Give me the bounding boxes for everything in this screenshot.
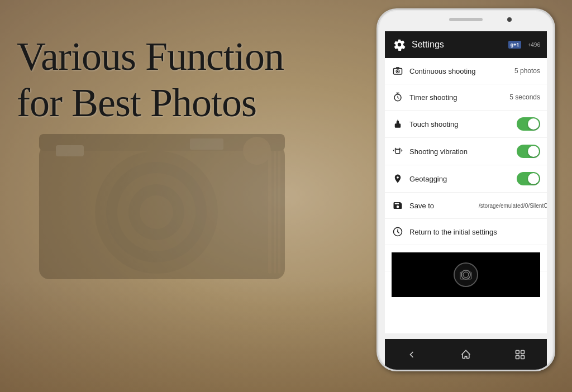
- recents-button[interactable]: [510, 345, 530, 365]
- geotagging-toggle[interactable]: [517, 172, 540, 185]
- svg-rect-10: [268, 151, 271, 274]
- svg-rect-23: [516, 350, 519, 353]
- svg-rect-11: [274, 151, 276, 274]
- continuous-shooting-value: 5 photos: [514, 67, 540, 75]
- svg-rect-14: [396, 67, 399, 69]
- touch-shooting-icon: [392, 118, 404, 130]
- google-plus-badge: g+1: [508, 41, 522, 49]
- svg-rect-24: [521, 350, 524, 353]
- home-button[interactable]: [456, 345, 476, 365]
- phone-screen: Settings g+1 +496: [385, 31, 547, 333]
- return-initial-item[interactable]: Return to the initial settings: [385, 219, 547, 245]
- title-line2: for Best Photos: [17, 80, 256, 125]
- touch-shooting-toggle[interactable]: [517, 117, 540, 131]
- phone-wrapper: Settings g+1 +496: [371, 8, 561, 383]
- touch-shooting-item[interactable]: Touch shooting: [385, 111, 547, 138]
- back-button[interactable]: [402, 345, 422, 365]
- return-initial-icon: [392, 226, 404, 238]
- shooting-vibration-label: Shooting vibration: [409, 147, 517, 156]
- save-to-icon: [392, 199, 404, 212]
- shooting-vibration-toggle[interactable]: [517, 145, 540, 158]
- timer-shooting-value: 5 seconds: [509, 93, 540, 101]
- camera-shutter-button[interactable]: [454, 262, 478, 287]
- svg-rect-26: [521, 355, 524, 358]
- hero-text: Various Function for Best Photos: [17, 34, 330, 126]
- hero-title: Various Function for Best Photos: [17, 34, 330, 126]
- phone-front-camera: [507, 17, 512, 22]
- shooting-vibration-item[interactable]: Shooting vibration: [385, 138, 547, 165]
- continuous-shooting-item[interactable]: Continuous shooting 5 photos: [385, 58, 547, 84]
- title-line1: Various Function: [17, 34, 284, 79]
- camera-shutter-icon: [459, 268, 473, 281]
- svg-point-20: [397, 231, 398, 232]
- save-to-label: Save to: [409, 202, 476, 210]
- settings-list: Continuous shooting 5 photos Timer shoot…: [385, 58, 547, 271]
- svg-rect-9: [190, 138, 223, 150]
- settings-title: Settings: [412, 40, 504, 50]
- phone-nav-bar: [385, 339, 547, 370]
- settings-header: Settings g+1 +496: [385, 31, 547, 58]
- svg-rect-12: [278, 151, 280, 274]
- save-to-item[interactable]: Save to /storage/emulated/0/SilentCamera: [385, 193, 547, 219]
- svg-point-22: [463, 272, 469, 278]
- phone-device: Settings g+1 +496: [376, 8, 555, 371]
- svg-rect-8: [56, 145, 84, 156]
- timer-shooting-label: Timer shooting: [409, 93, 506, 102]
- timer-shooting-item[interactable]: Timer shooting 5 seconds: [385, 84, 547, 111]
- svg-point-16: [397, 70, 399, 72]
- camera-decoration: [22, 101, 302, 290]
- camera-preview-area[interactable]: [392, 252, 540, 297]
- continuous-shooting-label: Continuous shooting: [409, 67, 511, 75]
- geotagging-label: Geotagging: [409, 175, 517, 183]
- timer-shooting-icon: [392, 91, 404, 103]
- follower-count: +496: [527, 42, 540, 48]
- geotagging-icon: [392, 173, 404, 185]
- shooting-vibration-icon: [392, 145, 404, 157]
- svg-rect-18: [395, 149, 400, 154]
- svg-rect-25: [516, 355, 519, 358]
- gear-svg: [393, 39, 406, 51]
- return-initial-label: Return to the initial settings: [409, 228, 540, 236]
- save-to-value: /storage/emulated/0/SilentCamera: [479, 203, 540, 209]
- geotagging-item[interactable]: Geotagging: [385, 165, 547, 193]
- phone-speaker: [449, 18, 483, 21]
- touch-shooting-label: Touch shooting: [409, 120, 517, 128]
- gear-icon: [392, 37, 407, 52]
- continuous-shooting-icon: [392, 65, 404, 77]
- svg-point-7: [243, 137, 271, 165]
- svg-point-6: [140, 195, 173, 229]
